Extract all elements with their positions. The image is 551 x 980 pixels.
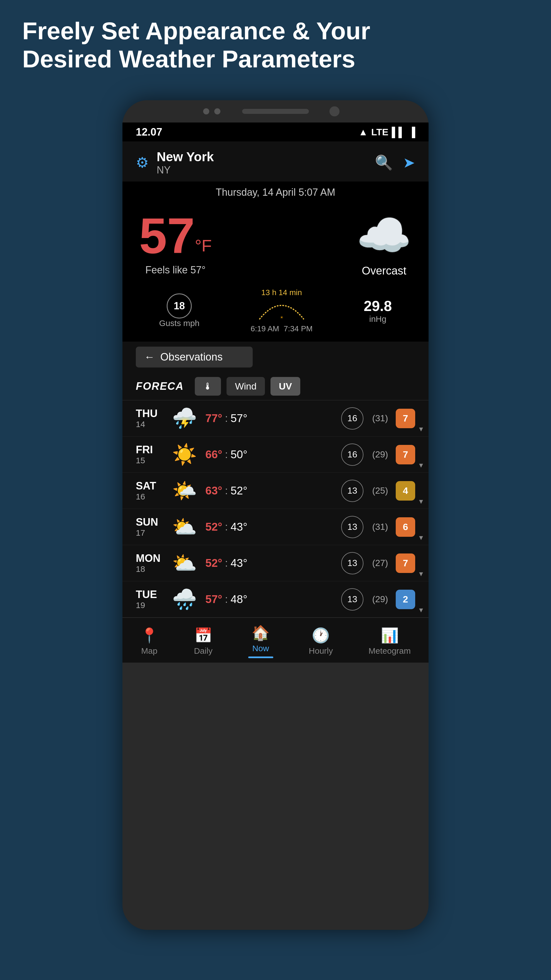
forecast-day: MON 18 (136, 552, 169, 574)
wind-speed-circle: 13 (341, 588, 364, 611)
weather-icon: ☁️ (356, 209, 412, 262)
forecast-row[interactable]: SAT 16 🌤️ 63° : 52° 13 (25) 4 ▾ (122, 473, 429, 509)
nav-label: Meteogram (368, 646, 411, 655)
gusts-detail: 18 Gusts mph (159, 293, 200, 328)
temp-section: 57°F Feels like 57° ☁️ Overcast (122, 201, 429, 283)
wifi-icon: ▲ (359, 127, 368, 138)
wind-speed-circle: 13 (341, 480, 364, 502)
temperature-unit: °F (195, 236, 212, 255)
uv-filter-tab[interactable]: UV (270, 377, 300, 396)
phone-bottom-bar (122, 663, 429, 685)
status-icons: ▲ LTE ▌▌ ▐ (359, 127, 415, 138)
wind-filter-tab[interactable]: Wind (227, 377, 265, 396)
forecast-day: SUN 17 (136, 516, 169, 538)
settings-icon[interactable]: ⚙ (136, 154, 149, 171)
nav-icon-map: 📍 (140, 627, 158, 644)
wind-speed-circle: 16 (341, 444, 364, 466)
chevron-down-icon: ▾ (419, 605, 423, 614)
uv-index-badge: 7 (396, 409, 415, 428)
high-temp: 52° (205, 520, 222, 533)
nav-label: Hourly (309, 646, 333, 655)
nav-item-map[interactable]: 📍 Map (140, 627, 158, 655)
pressure-unit: inHg (364, 314, 392, 324)
phone-speaker (242, 109, 309, 114)
wind-speed-circle: 13 (341, 516, 364, 538)
phone-camera (329, 107, 340, 116)
forecast-temps: 66° : 50° (205, 448, 336, 461)
app-header: ⚙ New York NY 🔍 ➤ (122, 142, 429, 181)
observations-button[interactable]: ← Observations (136, 347, 252, 368)
wind-gust: (25) (369, 485, 391, 496)
forecast-row[interactable]: MON 18 ⛅ 52° : 43° 13 (27) 7 ▾ (122, 545, 429, 581)
forecast-weather-icon: 🌧️ (169, 587, 200, 611)
forecast-row[interactable]: TUE 19 🌧️ 57° : 48° 13 (29) 2 ▾ (122, 581, 429, 617)
low-temp: 48° (231, 593, 248, 606)
temp-filter-tab[interactable]: 🌡 (195, 377, 221, 396)
duration-text: 13 h 14 min (251, 288, 313, 297)
forecast-list: THU 14 ⛈️ 77° : 57° 16 (31) 7 ▾ FRI 15 ☀… (122, 400, 429, 617)
sunrise-sunset: 13 h 14 min ☀ 6:19 AM 7:34 PM (251, 288, 313, 333)
gusts-label: Gusts mph (159, 318, 200, 328)
high-temp: 57° (205, 593, 222, 606)
wind-gust: (31) (369, 413, 391, 423)
chevron-down-icon: ▾ (419, 424, 423, 433)
forecast-temps: 52° : 43° (205, 520, 336, 533)
forecast-row[interactable]: SUN 17 ⛅ 52° : 43° 13 (31) 6 ▾ (122, 509, 429, 545)
pressure-value: 29.8 (364, 298, 392, 314)
gust-circle: 18 (167, 293, 192, 318)
forecast-day: TUE 19 (136, 589, 169, 610)
signal-icon: ▌▌ (392, 127, 405, 138)
nav-active-indicator (248, 657, 273, 658)
uv-index-badge: 2 (396, 590, 415, 609)
provider-logo: FORECA (136, 380, 184, 392)
forecast-temps: 63° : 52° (205, 484, 336, 497)
nav-icon-daily: 📅 (194, 627, 212, 644)
dot-1 (203, 108, 209, 115)
nav-item-meteogram[interactable]: 📊 Meteogram (368, 627, 411, 655)
nav-icon-hourly: 🕐 (312, 627, 330, 644)
observations-row: ← Observations (122, 342, 429, 372)
forecast-day: FRI 15 (136, 444, 169, 465)
thermometer-icon: 🌡 (203, 381, 213, 392)
date-display: Thursday, 14 April 5:07 AM (122, 181, 429, 201)
sun-arc-chart: ☀ (257, 297, 306, 322)
phone-shell: 12.07 ▲ LTE ▌▌ ▐ ⚙ New York NY 🔍 ➤ (122, 100, 429, 930)
uv-index-badge: 6 (396, 517, 415, 537)
nav-label: Daily (194, 646, 213, 655)
nav-label: Map (141, 646, 157, 655)
lte-label: LTE (371, 127, 389, 138)
low-temp: 57° (231, 412, 248, 425)
wind-gust: (31) (369, 522, 391, 532)
wind-speed-circle: 13 (341, 552, 364, 574)
wind-gust: (29) (369, 594, 391, 605)
nav-item-now[interactable]: 🏠 Now (248, 624, 273, 658)
search-icon[interactable]: 🔍 (375, 154, 393, 171)
detail-row: 18 Gusts mph 13 h 14 min ☀ 6:19 AM 7:34 … (122, 283, 429, 342)
nav-label: Now (252, 644, 269, 653)
svg-text:☀: ☀ (279, 315, 283, 320)
nav-item-hourly[interactable]: 🕐 Hourly (309, 627, 333, 655)
uv-index-badge: 7 (396, 445, 415, 465)
chevron-down-icon: ▾ (419, 533, 423, 542)
low-temp: 43° (231, 557, 248, 570)
filter-bar: FORECA 🌡 Wind UV (122, 372, 429, 400)
low-temp: 52° (231, 484, 248, 497)
dot-2 (214, 108, 221, 115)
chevron-down-icon: ▾ (419, 497, 423, 506)
nav-icon-now: 🏠 (252, 624, 270, 641)
navigation-icon[interactable]: ➤ (403, 154, 415, 171)
city-state: NY (157, 164, 214, 176)
forecast-row[interactable]: FRI 15 ☀️ 66° : 50° 16 (29) 7 ▾ (122, 436, 429, 473)
forecast-temps: 77° : 57° (205, 412, 336, 425)
nav-item-daily[interactable]: 📅 Daily (194, 627, 213, 655)
page-title: Freely Set Appearance & Your Desired Wea… (22, 17, 529, 73)
phone-screen: 12.07 ▲ LTE ▌▌ ▐ ⚙ New York NY 🔍 ➤ (122, 123, 429, 663)
forecast-weather-icon: ☀️ (169, 443, 200, 466)
sunrise-time: 6:19 AM (251, 325, 279, 333)
forecast-row[interactable]: THU 14 ⛈️ 77° : 57° 16 (31) 7 ▾ (122, 400, 429, 436)
forecast-weather-icon: ⛅ (169, 551, 200, 575)
uv-index-badge: 7 (396, 554, 415, 573)
forecast-day: THU 14 (136, 407, 169, 429)
temperature-value: 57 (139, 208, 195, 264)
forecast-temps: 52° : 43° (205, 557, 336, 570)
